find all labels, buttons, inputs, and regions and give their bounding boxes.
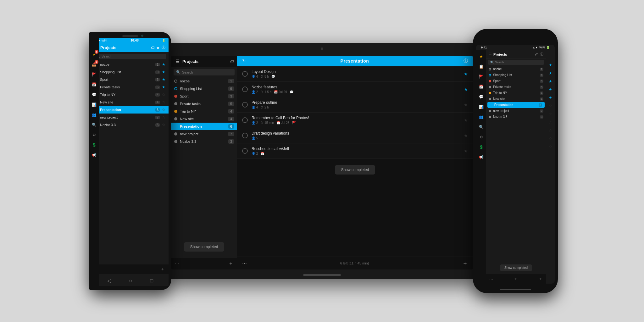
- task-circle[interactable]: [242, 133, 248, 138]
- android-project-star[interactable]: ☆: [162, 115, 165, 119]
- android-project-item[interactable]: nozbe1★: [92, 61, 169, 68]
- android-strip-icon[interactable]: 💲: [92, 142, 97, 148]
- iphone-strip-icon[interactable]: 📢: [477, 153, 485, 161]
- more-button[interactable]: ···: [175, 261, 179, 267]
- iphone-right-star[interactable]: ☆: [549, 120, 552, 125]
- iphone-strip-icon[interactable]: 📋: [477, 63, 485, 70]
- android-strip-icon[interactable]: 📅: [92, 81, 97, 88]
- android-strip-icon[interactable]: 💬: [92, 91, 97, 98]
- android-strip-icon[interactable]: 📊: [92, 101, 97, 108]
- iphone-strip-icon[interactable]: 🔍: [477, 123, 485, 131]
- task-star-button[interactable]: ★: [464, 87, 468, 92]
- iphone-right-star[interactable]: ★: [549, 63, 552, 67]
- android-home-button[interactable]: ○: [129, 278, 132, 284]
- tag-icon[interactable]: 🏷: [230, 59, 234, 64]
- android-back-button[interactable]: ◁: [107, 278, 111, 284]
- iphone-strip-icon[interactable]: 💬: [477, 93, 485, 101]
- task-item[interactable]: Nozbe features👤 2⏱ 1.5 h📅 Jul 29💬★: [237, 82, 473, 97]
- more-options-button[interactable]: ···: [242, 260, 247, 267]
- task-star-button[interactable]: ★: [464, 148, 468, 153]
- task-circle[interactable]: [242, 86, 248, 92]
- android-project-star[interactable]: ★: [162, 85, 165, 89]
- android-strip-icon[interactable]: ★9: [92, 52, 97, 58]
- search-input[interactable]: [182, 70, 232, 74]
- iphone-project-item[interactable]: New site4: [486, 96, 546, 102]
- iphone-project-item[interactable]: nozbe1: [486, 66, 546, 72]
- task-circle[interactable]: [242, 71, 248, 77]
- iphone-project-item[interactable]: Nozbe 3.33: [486, 114, 546, 120]
- iphone-info-icon[interactable]: ⓘ: [540, 52, 543, 57]
- android-project-item[interactable]: Sport3★: [92, 76, 169, 83]
- android-project-star[interactable]: ★: [162, 62, 165, 67]
- iphone-project-item[interactable]: Trip to NY4: [486, 90, 546, 96]
- iphone-right-star[interactable]: ★: [549, 79, 552, 84]
- android-strip-icon[interactable]: ⚙: [92, 131, 97, 138]
- tablet-project-item[interactable]: Trip to NY4: [171, 108, 237, 115]
- iphone-right-star[interactable]: ☆: [549, 104, 552, 108]
- iphone-right-star[interactable]: ★: [549, 71, 552, 75]
- android-search-box[interactable]: 🔍: [94, 54, 166, 59]
- show-completed-main-button[interactable]: Show completed: [335, 165, 375, 175]
- sidebar-search-box[interactable]: 🔍: [174, 69, 235, 75]
- iphone-right-star[interactable]: ★: [549, 87, 552, 92]
- android-recent-button[interactable]: □: [150, 278, 153, 284]
- iphone-show-completed-button[interactable]: Show completed: [500, 264, 532, 271]
- tablet-project-item[interactable]: Sport3: [171, 92, 237, 100]
- iphone-right-star[interactable]: ☆: [549, 128, 552, 133]
- android-project-item[interactable]: Nozbe 3.33☆: [92, 121, 169, 129]
- task-item[interactable]: Reschedule call w/Jeff👤 2📅★: [237, 143, 473, 159]
- android-project-item[interactable]: Trip to NY4☆: [92, 91, 169, 98]
- info-icon[interactable]: ⓘ: [464, 58, 468, 64]
- task-circle[interactable]: [242, 102, 248, 108]
- iphone-add-button[interactable]: ＋: [514, 276, 518, 282]
- android-project-item[interactable]: Shopping List9★: [92, 68, 169, 76]
- iphone-tag-icon[interactable]: 🏷: [535, 53, 538, 56]
- android-project-star[interactable]: ★: [162, 77, 165, 82]
- task-circle[interactable]: [242, 148, 248, 154]
- android-add-project-button[interactable]: ＋: [160, 266, 165, 272]
- android-project-item[interactable]: New site4☆: [92, 98, 169, 106]
- android-project-star[interactable]: ☆: [162, 123, 165, 127]
- iphone-strip-icon[interactable]: ★: [477, 53, 485, 60]
- task-item[interactable]: Prepare outline👤 4⏱ 2 h★: [237, 97, 473, 113]
- task-circle[interactable]: [242, 117, 248, 123]
- tablet-project-item[interactable]: Shopping List9: [171, 85, 237, 92]
- iphone-right-star[interactable]: ☆: [549, 145, 552, 149]
- refresh-icon[interactable]: ↻: [242, 58, 246, 64]
- iphone-project-item[interactable]: Private tasks5: [486, 84, 546, 90]
- android-info-icon[interactable]: ⓘ: [162, 45, 165, 50]
- iphone-strip-icon[interactable]: 👥: [477, 113, 485, 121]
- tablet-project-item[interactable]: Private tasks5: [171, 100, 237, 108]
- android-strip-icon[interactable]: 📥4: [92, 61, 97, 68]
- android-project-star[interactable]: ☆: [162, 92, 165, 97]
- iphone-project-item[interactable]: new project7: [486, 108, 546, 114]
- android-project-star[interactable]: ★: [162, 70, 165, 74]
- iphone-project-item[interactable]: Shopping List9: [486, 72, 546, 78]
- android-project-item[interactable]: Presentation6☆: [92, 106, 169, 114]
- task-star-button[interactable]: ★: [464, 133, 468, 138]
- iphone-right-star[interactable]: ☆: [549, 112, 552, 116]
- add-task-button[interactable]: ＋: [462, 259, 468, 267]
- android-project-item[interactable]: new project7☆: [92, 114, 169, 121]
- task-item[interactable]: Draft design variations👤 5★: [237, 128, 473, 143]
- tablet-project-item[interactable]: New site4: [171, 115, 237, 123]
- android-strip-icon[interactable]: 📢: [92, 152, 97, 158]
- iphone-strip-icon[interactable]: 🚩: [477, 73, 485, 80]
- iphone-strip-icon[interactable]: 📅: [477, 83, 485, 91]
- add-project-button[interactable]: ＋: [228, 260, 233, 267]
- iphone-more-button[interactable]: ···: [489, 276, 493, 281]
- iphone-strip-icon[interactable]: 💲: [477, 143, 485, 151]
- android-project-star[interactable]: ☆: [162, 108, 165, 112]
- task-star-button[interactable]: ★: [464, 71, 468, 76]
- task-item[interactable]: Layout Design👤 4⏱ 8 h💬★: [237, 66, 473, 82]
- tablet-project-item[interactable]: Nozbe 3.33: [171, 138, 237, 145]
- android-project-item[interactable]: Private tasks5★: [92, 83, 169, 91]
- iphone-project-item[interactable]: Presentation6: [487, 102, 545, 108]
- tablet-project-item[interactable]: Presentation6: [171, 123, 237, 130]
- iphone-search-box[interactable]: 🔍: [488, 60, 544, 65]
- android-tag-icon[interactable]: 🏷: [151, 46, 154, 50]
- iphone-right-star[interactable]: ☆: [549, 136, 552, 141]
- android-star-icon[interactable]: ★: [156, 46, 160, 50]
- iphone-right-star[interactable]: ★: [549, 96, 552, 100]
- iphone-strip-icon[interactable]: 📊: [477, 103, 485, 111]
